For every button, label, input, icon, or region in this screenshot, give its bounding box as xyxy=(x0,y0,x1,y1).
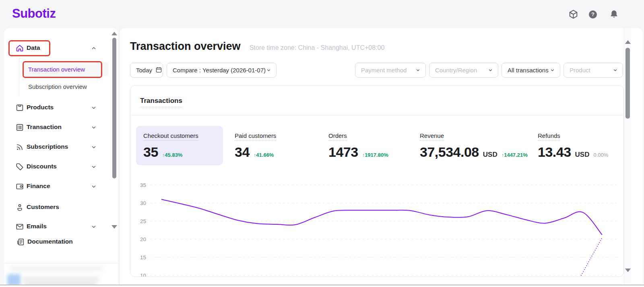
sidebar-item-customers[interactable]: Customers xyxy=(4,199,118,215)
metric-unit: USD xyxy=(575,151,590,159)
rss-icon xyxy=(15,143,24,153)
chevron-down-icon xyxy=(550,68,555,73)
chevron-down-icon xyxy=(91,184,97,191)
sidebar: DataTransaction overviewSubscription ove… xyxy=(4,28,118,287)
chevron-down-icon xyxy=(613,68,618,73)
help-icon[interactable]: ? xyxy=(588,10,598,21)
payment-method-dropdown[interactable]: Payment method xyxy=(355,63,426,78)
main-scroll-down-arrow[interactable] xyxy=(625,269,631,272)
chevron-down-icon xyxy=(91,164,97,171)
metric-delta: ↑41.66% xyxy=(254,152,274,158)
chart-dotted-tail xyxy=(581,238,602,276)
chevron-down-icon xyxy=(91,125,97,132)
metric-revenue[interactable]: Revenue37,534.08USD↑1447.21% xyxy=(420,132,528,160)
payment-method-placeholder: Payment method xyxy=(361,67,407,74)
y-axis-tick-label: 25 xyxy=(140,218,146,224)
compare-label: Compare : Yesterday (2026-01-07) xyxy=(173,67,266,74)
country-region-placeholder: Country/Region xyxy=(435,67,477,74)
metric-label: Revenue xyxy=(420,132,444,141)
notifications-bell-icon[interactable] xyxy=(609,9,619,21)
sidebar-scroll-down-arrow[interactable] xyxy=(111,225,117,229)
metric-delta: ↑45.83% xyxy=(162,152,183,158)
metric-value: 37,534.08 xyxy=(420,144,479,160)
sidebar-item-documentation[interactable]: Documentation xyxy=(4,234,118,250)
page-title: Transaction overview xyxy=(130,40,241,53)
main-panel: Transaction overview Store time zone: Ch… xyxy=(120,28,643,287)
product-dropdown[interactable]: Product xyxy=(564,63,623,78)
home-icon xyxy=(15,44,24,54)
metric-unit: USD xyxy=(483,151,497,159)
sidebar-subitem-subscription-overview[interactable]: Subscription overview xyxy=(24,79,109,94)
chart-line-today xyxy=(161,199,602,235)
sidebar-item-emails[interactable]: Emails xyxy=(4,219,118,235)
metric-label: Refunds xyxy=(538,132,560,141)
chevron-down-icon xyxy=(415,68,421,73)
transactions-card-title: Transactions xyxy=(140,97,182,107)
main-scroll-up-arrow[interactable] xyxy=(625,40,631,44)
sidebar-item-label: Documentation xyxy=(27,238,73,245)
metric-delta: ↑1447.21% xyxy=(502,152,528,158)
metric-value: 13.43 xyxy=(538,144,571,160)
sidebar-item-label: Products xyxy=(27,104,54,111)
sidebar-item-label: Subscriptions xyxy=(27,143,68,150)
date-range-button[interactable]: Today xyxy=(130,63,163,78)
sidebar-scrollbar-thumb[interactable] xyxy=(112,38,116,178)
metric-orders[interactable]: Orders1473↑1917.80% xyxy=(328,132,388,160)
sandbox-cube-icon[interactable] xyxy=(568,9,579,21)
page-header: Transaction overview Store time zone: Ch… xyxy=(130,40,384,53)
chevron-down-icon xyxy=(91,224,97,231)
metric-value: 35 xyxy=(143,144,158,160)
chevron-down-icon xyxy=(91,105,97,112)
metric-paid-customers[interactable]: Paid customers34↑41.66% xyxy=(235,132,276,160)
blurred-footer-bar xyxy=(10,266,103,271)
sidebar-item-transaction[interactable]: Transaction xyxy=(4,119,118,135)
country-region-dropdown[interactable]: Country/Region xyxy=(429,63,498,78)
card-divider xyxy=(130,115,624,115)
sidebar-subitem-label: Transaction overview xyxy=(28,66,85,73)
timezone-note: Store time zone: China - Shanghai, UTC+0… xyxy=(250,44,385,51)
date-range-label: Today xyxy=(136,67,152,74)
svg-text:?: ? xyxy=(591,11,594,17)
product-placeholder: Product xyxy=(570,67,590,74)
mail-icon xyxy=(15,222,24,233)
transaction-type-label: All transactions xyxy=(508,67,549,74)
sidebar-item-label: Finance xyxy=(27,182,50,190)
list-icon xyxy=(15,123,24,133)
y-axis-tick-label: 35 xyxy=(140,182,146,188)
compare-dropdown[interactable]: Compare : Yesterday (2026-01-07) xyxy=(167,63,277,78)
sidebar-subitem-label: Subscription overview xyxy=(28,83,87,90)
sidebar-subitem-transaction-overview[interactable]: Transaction overview xyxy=(24,62,109,76)
sidebar-item-label: Emails xyxy=(27,223,47,230)
doc-icon xyxy=(16,238,25,248)
transaction-type-dropdown[interactable]: All transactions xyxy=(502,63,560,78)
metric-value: 1473 xyxy=(328,144,358,160)
sidebar-footer-divider xyxy=(4,263,118,263)
metric-label: Checkout customers xyxy=(143,132,198,141)
chevron-down-icon xyxy=(91,144,97,152)
brand-logo: Subotiz xyxy=(12,6,56,21)
sidebar-scroll-up-arrow[interactable] xyxy=(111,32,117,35)
chevron-up-icon xyxy=(91,45,97,53)
transactions-line-chart: 353025201510 xyxy=(130,173,624,277)
metric-label: Orders xyxy=(328,132,347,141)
window-bottom-gap xyxy=(0,285,644,287)
tag-icon xyxy=(15,162,24,173)
sidebar-item-discounts[interactable]: Discounts xyxy=(4,159,118,175)
chevron-down-icon xyxy=(488,68,493,73)
nav-connector-line xyxy=(19,59,19,96)
sidebar-item-finance[interactable]: Finance xyxy=(4,178,118,195)
chevron-down-icon xyxy=(266,68,271,73)
user-icon xyxy=(15,203,24,213)
y-axis-tick-label: 10 xyxy=(140,273,146,277)
sidebar-item-label: Discounts xyxy=(27,163,57,170)
package-icon xyxy=(15,103,24,114)
transactions-card: Transactions Checkout customers35↑45.83%… xyxy=(130,85,624,277)
main-scrollbar-thumb[interactable] xyxy=(625,48,630,119)
sidebar-item-data[interactable]: Data xyxy=(4,40,118,56)
metric-refunds[interactable]: Refunds13.43USD0.00% xyxy=(538,132,608,160)
sidebar-item-label: Data xyxy=(27,44,40,51)
y-axis-tick-label: 30 xyxy=(140,200,146,206)
metric-checkout-customers[interactable]: Checkout customers35↑45.83% xyxy=(136,126,223,165)
sidebar-item-subscriptions[interactable]: Subscriptions xyxy=(4,139,118,155)
sidebar-item-products[interactable]: Products xyxy=(4,100,118,116)
